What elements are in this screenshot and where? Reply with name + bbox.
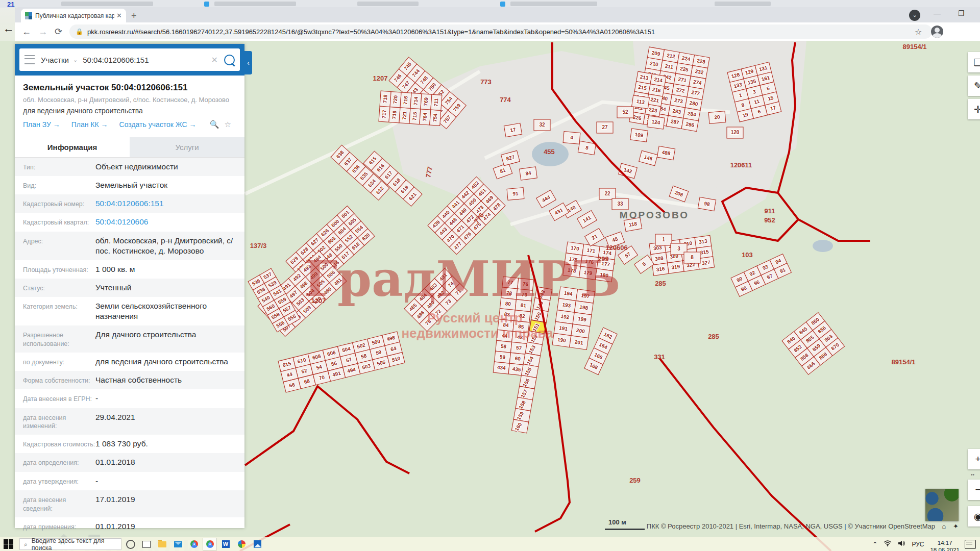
zoom-in-button[interactable]: + <box>968 449 980 469</box>
search-category[interactable]: Участки <box>41 56 69 64</box>
star-marker-icon[interactable]: ✦ <box>953 522 959 530</box>
taskbar-app-chrome-active[interactable] <box>203 538 216 550</box>
zoom-slider-handle[interactable]: •• <box>971 472 974 478</box>
search-bar: Участки ⌄ 50:04:0120606:151 ✕ <box>15 44 244 76</box>
svg-text:20: 20 <box>714 114 720 120</box>
info-panel: Участки ⌄ 50:04:0120606:151 ✕ Земельный … <box>15 44 244 528</box>
parcel-block: 717718719720721716715714764769754711 <box>379 91 442 126</box>
field-value: Земельный участок <box>95 180 167 190</box>
field-value: Объект недвижимости <box>95 162 178 172</box>
taskbar-search[interactable]: ⌕ Введите здесь текст для поиска <box>19 538 121 550</box>
new-tab-button[interactable]: + <box>131 11 137 21</box>
tab-search-button[interactable]: ⌄ <box>909 10 920 21</box>
info-rows: Тип:Объект недвижимостиВид:Земельный уча… <box>15 158 244 536</box>
quarter-label: 1207 <box>373 74 388 82</box>
search-icon[interactable] <box>224 55 235 65</box>
taskbar-app-cortana[interactable] <box>124 538 137 550</box>
favorite-star-icon[interactable]: ☆ <box>225 120 231 129</box>
bookmark-star-icon[interactable]: ☆ <box>915 27 922 37</box>
address-bar[interactable]: 🔒 pkk.rosreestr.ru/#/search/56.166019627… <box>69 24 932 39</box>
info-row: по документу:для ведения дачного строите… <box>15 353 244 371</box>
background-window-text: 21 <box>7 1 14 8</box>
profile-avatar[interactable] <box>931 26 943 38</box>
info-row: дата внесения изменений:29.04.2021 <box>15 408 244 435</box>
field-label: дата утверждения: <box>23 476 95 486</box>
taskbar-app-taskview[interactable] <box>140 538 153 550</box>
field-value: 01.01.2018 <box>95 457 135 467</box>
svg-text:57: 57 <box>516 345 522 351</box>
layers-tool-button[interactable]: ❏ <box>968 52 980 72</box>
field-value[interactable]: 50:04:0120606:151 <box>95 198 164 209</box>
panel-collapse-button[interactable]: ‹ <box>244 51 252 74</box>
svg-text:1: 1 <box>662 237 665 242</box>
taskbar-app-chrome[interactable] <box>187 538 201 550</box>
minimize-button[interactable]: — <box>934 9 941 17</box>
taskbar-search-placeholder: Введите здесь текст для поиска <box>32 537 121 551</box>
quarter-label: 103 <box>742 251 753 259</box>
field-label: Кадастровый квартал: <box>23 217 95 227</box>
browser-tab[interactable]: Публичная кадастровая карта ✕ <box>21 9 126 22</box>
quarter-label: 911 <box>765 207 775 215</box>
field-label: Статус: <box>23 283 95 293</box>
restore-button[interactable]: ❐ <box>958 9 965 17</box>
tab-title: Публичная кадастровая карта <box>35 12 114 19</box>
info-row: Адрес:обл. Московская, р-н Дмитровский, … <box>15 232 244 260</box>
volume-icon[interactable] <box>898 540 905 548</box>
plan-preview-icon[interactable]: 🔍 <box>210 120 219 129</box>
chevron-down-icon[interactable]: ⌄ <box>73 57 78 63</box>
tab-услуги[interactable]: Услуги <box>130 137 244 157</box>
svg-text:52: 52 <box>622 109 628 115</box>
parcel: 27 <box>597 122 613 133</box>
search-input[interactable]: 50:04:0120606:151 <box>83 56 211 64</box>
menu-icon[interactable] <box>24 55 35 64</box>
taskbar-app-photos[interactable] <box>251 538 264 550</box>
locate-tool-button[interactable]: ✛ <box>968 99 980 119</box>
field-label: Форма собственности: <box>23 375 95 385</box>
clear-search-icon[interactable]: ✕ <box>211 55 218 65</box>
svg-text:769: 769 <box>423 97 429 106</box>
tab-информация[interactable]: Информация <box>15 137 130 157</box>
field-label: Дата внесения в ЕГРН: <box>23 393 95 404</box>
background-tab <box>715 2 771 6</box>
parcel-link-0[interactable]: План ЗУ → <box>23 120 60 129</box>
svg-text:33: 33 <box>617 201 623 207</box>
language-indicator[interactable]: РУС <box>912 541 924 548</box>
taskbar-app-explorer[interactable] <box>156 538 169 550</box>
info-row: Кадастровая стоимость:1 083 730 руб. <box>15 435 244 453</box>
field-value: - <box>95 393 98 404</box>
wifi-icon[interactable] <box>884 540 892 548</box>
home-icon[interactable]: ⌂ <box>942 522 946 530</box>
parcel: 488 <box>657 146 675 160</box>
field-value[interactable]: 50:04:0120606 <box>95 217 148 227</box>
parcel-link-1[interactable]: План КК → <box>71 120 108 129</box>
notification-center-icon[interactable] <box>965 540 976 549</box>
compass-button[interactable]: ◉ <box>968 506 980 527</box>
overview-minimap[interactable] <box>925 489 959 521</box>
tab-close-icon[interactable]: ✕ <box>116 12 122 19</box>
tray-expand-icon[interactable]: ⌃ <box>872 541 877 548</box>
field-value: 17.01.2019 <box>95 494 135 505</box>
taskbar-app-word[interactable]: W <box>219 538 232 550</box>
svg-text:27: 27 <box>602 124 608 130</box>
info-row: Кадастровый квартал:50:04:0120606 <box>15 213 244 231</box>
start-button[interactable] <box>3 539 16 550</box>
reload-button[interactable]: ⟳ <box>55 26 62 37</box>
parcel: 4 <box>563 132 580 144</box>
field-label: дата определения: <box>23 457 95 467</box>
taskbar-app-mail[interactable] <box>172 538 185 550</box>
forward-button[interactable]: → <box>38 27 47 37</box>
field-label: дата внесения изменений: <box>23 412 95 431</box>
quarter-label: 773 <box>480 78 492 86</box>
info-row: Категория земель:Земли сельскохозяйствен… <box>15 297 244 325</box>
svg-text:8: 8 <box>691 255 694 260</box>
taskbar-app-paint[interactable] <box>235 538 248 550</box>
parcel-link-2[interactable]: Создать участок ЖС → <box>119 120 197 129</box>
taskbar-clock[interactable]: 14:1718.06.2021 <box>930 540 960 551</box>
zoom-out-button[interactable]: − <box>968 480 980 500</box>
svg-text:32: 32 <box>539 122 545 128</box>
quarter-label: 331 <box>654 353 665 361</box>
field-label: Кадастровый номер: <box>23 198 95 209</box>
svg-text:60: 60 <box>514 356 521 362</box>
back-button[interactable]: ← <box>22 27 31 37</box>
measure-tool-button[interactable]: ✎ <box>968 76 980 96</box>
